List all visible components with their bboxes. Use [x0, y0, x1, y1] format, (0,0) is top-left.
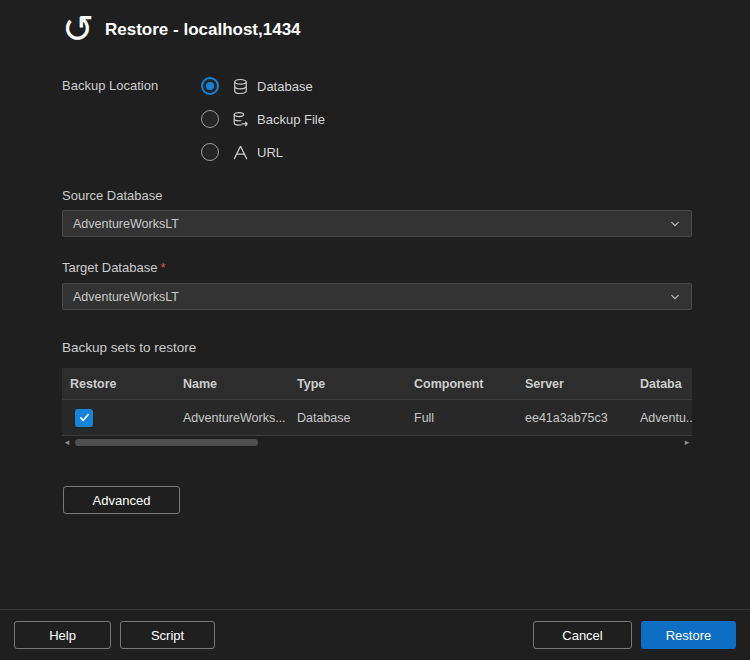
footer-divider	[0, 609, 750, 610]
radio-label-url: URL	[257, 145, 283, 160]
column-header-type: Type	[289, 377, 406, 391]
restore-button[interactable]: Restore	[641, 621, 736, 649]
backup-file-icon	[231, 110, 249, 128]
restore-checkbox[interactable]	[75, 409, 93, 427]
radio-button-backup-file[interactable]	[201, 110, 219, 128]
source-database-value: AdventureWorksLT	[73, 217, 179, 231]
radio-button-url[interactable]	[201, 143, 219, 161]
radio-label-database: Database	[257, 79, 313, 94]
horizontal-scrollbar[interactable]: ◂ ▸	[62, 437, 692, 448]
backup-sets-table: Restore Name Type Component Server Datab…	[62, 368, 692, 436]
column-header-database: Databa	[632, 377, 692, 391]
backup-sets-label: Backup sets to restore	[62, 340, 196, 355]
backup-location-label: Backup Location	[62, 78, 158, 93]
column-header-component: Component	[406, 377, 517, 391]
chevron-down-icon	[669, 218, 681, 230]
cell-server: ee41a3ab75c3	[517, 411, 632, 425]
source-database-label: Source Database	[62, 188, 162, 203]
cell-name: AdventureWorks...	[175, 411, 289, 425]
target-database-label-text: Target Database	[62, 260, 157, 275]
restore-cell	[62, 409, 175, 427]
target-database-value: AdventureWorksLT	[73, 290, 179, 304]
target-database-label: Target Database*	[62, 260, 165, 275]
radio-option-backup-file[interactable]: Backup File	[201, 110, 325, 128]
database-icon	[231, 77, 249, 95]
url-azure-icon	[231, 143, 249, 161]
backup-location-radio-group: Database Backup File URL	[201, 77, 325, 176]
radio-button-database[interactable]	[201, 77, 219, 95]
cell-database: Adventu...	[632, 411, 692, 425]
scrollbar-thumb[interactable]	[75, 439, 258, 446]
script-button[interactable]: Script	[120, 621, 215, 649]
source-database-select[interactable]: AdventureWorksLT	[62, 210, 692, 237]
column-header-name: Name	[175, 377, 289, 391]
chevron-down-icon	[669, 291, 681, 303]
dialog-title: Restore - localhost,1434	[105, 20, 301, 40]
advanced-button[interactable]: Advanced	[63, 486, 180, 514]
column-header-restore: Restore	[62, 377, 175, 391]
radio-label-backup-file: Backup File	[257, 112, 325, 127]
table-row[interactable]: AdventureWorks... Database Full ee41a3ab…	[62, 399, 692, 436]
scrollbar-track[interactable]	[72, 438, 682, 447]
scroll-left-icon[interactable]: ◂	[62, 437, 72, 448]
restore-icon: ↺	[56, 6, 100, 52]
table-header-row: Restore Name Type Component Server Datab…	[62, 368, 692, 399]
cell-type: Database	[289, 411, 406, 425]
cell-component: Full	[406, 411, 517, 425]
radio-option-database[interactable]: Database	[201, 77, 325, 95]
cancel-button[interactable]: Cancel	[533, 621, 632, 649]
radio-option-url[interactable]: URL	[201, 143, 325, 161]
target-database-select[interactable]: AdventureWorksLT	[62, 283, 692, 310]
scroll-right-icon[interactable]: ▸	[682, 437, 692, 448]
help-button[interactable]: Help	[14, 621, 111, 649]
required-marker: *	[160, 260, 165, 275]
column-header-server: Server	[517, 377, 632, 391]
